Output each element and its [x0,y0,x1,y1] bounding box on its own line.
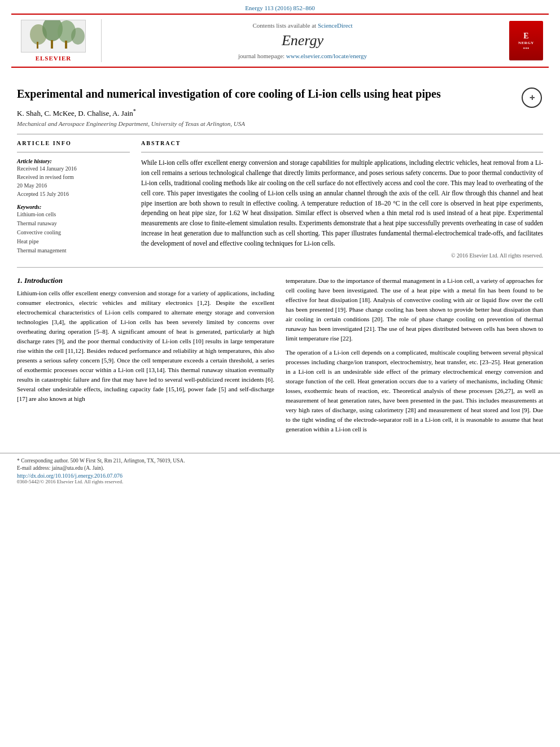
journal-title-area: Contents lists available at ScienceDirec… [102,19,504,62]
revised-date: 20 May 2016 [17,181,130,190]
introduction-section: 1. Introduction Lithium-ion cells offer … [17,276,543,439]
revised-label: Received in revised form [17,173,130,181]
crossmark-icon: ✛ [522,88,542,108]
doi-text: Energy 113 (2016) 852–860 [245,5,315,11]
footer: * Corresponding author. 500 W First St, … [0,453,560,489]
divider-1 [17,134,543,134]
authors-line: K. Shah, C. McKee, D. Chalise, A. Jain* [17,108,543,118]
accepted-text: Accepted 15 July 2016 [17,190,130,198]
issn-line: 0360-5442/© 2016 Elsevier Ltd. All right… [17,479,543,484]
section-title: Introduction [24,276,63,285]
journal-name-text: Energy [282,32,323,49]
doi-link[interactable]: http://dx.doi.org/10.1016/j.energy.2016.… [17,473,543,479]
intro-col1-text: Lithium-ion cells offer excellent energy… [17,289,274,404]
elsevier-tree-image [21,20,86,53]
abstract-heading: ABSTRACT [141,140,543,146]
energy-badge-area: E NERGY ●●● [504,19,549,62]
intro-col-right: temperature. Due to the importance of th… [286,276,543,439]
affiliation-text: Mechanical and Aerospace Engineering Dep… [17,120,543,127]
intro-col-left: 1. Introduction Lithium-ion cells offer … [17,276,274,439]
section-number: 1. [17,276,23,285]
keyword-1: Lithium-ion cells [17,210,130,219]
journal-homepage-link[interactable]: www.elsevier.com/locate/energy [286,53,367,59]
contents-text: Contents lists available at [252,22,316,29]
doi-url-text: http://dx.doi.org/10.1016/j.energy.2016.… [17,473,123,479]
history-label: Article history: [17,158,130,164]
page: Energy 113 (2016) 852–860 [0,0,560,747]
divider-info [17,152,130,152]
keyword-3: Convective cooling [17,228,130,237]
received-text: Received 14 January 2016 [17,164,130,173]
corresponding-author-mark: * [133,108,136,114]
intro-col2-text-1: temperature. Due to the importance of th… [286,276,543,343]
divider-abstract [141,152,543,152]
info-abstract-section: ARTICLE INFO Article history: Received 1… [17,140,543,258]
body-divider [17,267,543,268]
energy-badge: E NERGY ●●● [509,21,543,60]
contents-available-line: Contents lists available at ScienceDirec… [252,22,352,29]
svg-rect-6 [37,42,38,49]
abstract-column: ABSTRACT While Li-ion cells offer excell… [141,140,543,258]
journal-homepage-line: journal homepage: www.elsevier.com/locat… [238,53,367,59]
keyword-4: Heat pipe [17,237,130,246]
email-person: (A. Jain). [84,465,104,471]
intro-col2-text-2: The operation of a Li-ion cell depends o… [286,348,543,434]
crossmark-badge[interactable]: ✛ [520,86,543,109]
svg-point-4 [71,28,85,45]
main-content: ✛ Experimental and numerical investigati… [0,68,560,447]
article-info-column: ARTICLE INFO Article history: Received 1… [17,140,130,258]
intro-heading: 1. Introduction [17,276,274,285]
email-note: E-mail address: jaina@uta.edu (A. Jain). [17,465,543,471]
svg-rect-7 [65,41,67,49]
journal-header: ELSEVIER Contents lists available at Sci… [11,14,549,68]
article-history: Article history: Received 14 January 201… [17,158,130,198]
sciencedirect-link[interactable]: ScienceDirect [318,22,353,29]
publisher-logo-area: ELSEVIER [11,19,102,62]
keywords-label: Keywords: [17,204,130,210]
footer-star-note: * Corresponding author. 500 W First St, … [17,458,185,464]
svg-rect-5 [51,40,53,49]
elsevier-logo: ELSEVIER [21,20,86,62]
keyword-5: Thermal management [17,246,130,255]
homepage-label: journal homepage: [238,53,285,59]
author-names: K. Shah, C. McKee, D. Chalise, A. Jain [17,109,133,117]
corresponding-author-note: * Corresponding author. 500 W First St, … [17,458,543,464]
keyword-2: Thermal runaway [17,219,130,228]
footer-email-link[interactable]: jaina@uta.edu [52,465,83,471]
email-label: E-mail address: [17,465,50,471]
article-info-heading: ARTICLE INFO [17,140,130,146]
doi-reference: Energy 113 (2016) 852–860 [0,0,560,14]
elsevier-brand-text: ELSEVIER [36,55,72,62]
keywords-section: Keywords: Lithium-ion cells Thermal runa… [17,204,130,255]
abstract-text: While Li-ion cells offer excellent energ… [141,158,543,248]
copyright-text: © 2016 Elsevier Ltd. All rights reserved… [141,252,543,259]
journal-name: Energy [282,32,323,49]
paper-title: Experimental and numerical investigation… [17,86,543,101]
